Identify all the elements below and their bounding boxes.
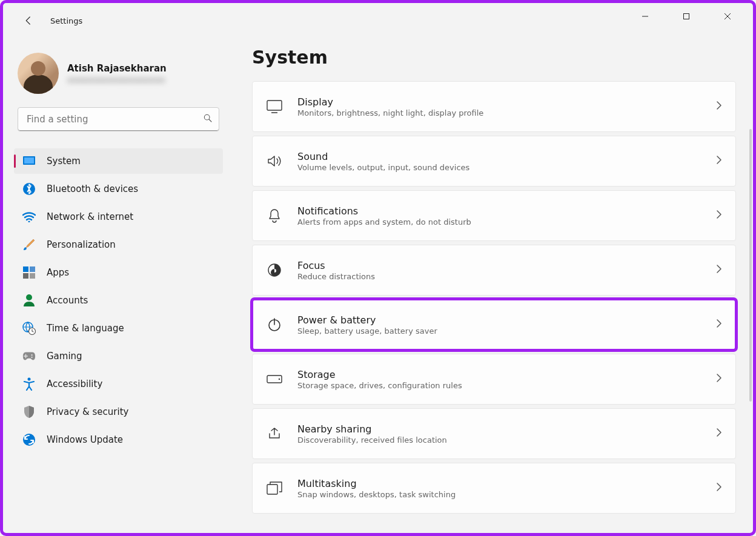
multitask-icon — [266, 480, 283, 497]
svg-rect-11 — [30, 273, 35, 279]
sidebar-item-accounts[interactable]: Accounts — [14, 288, 223, 313]
card-subtitle: Sleep, battery usage, battery saver — [297, 326, 701, 336]
card-title: Focus — [297, 260, 701, 271]
sidebar-item-time[interactable]: Time & language — [14, 316, 223, 341]
sidebar-item-bluetooth[interactable]: Bluetooth & devices — [14, 176, 223, 202]
svg-point-25 — [279, 379, 280, 380]
card-subtitle: Discoverability, received files location — [297, 435, 701, 445]
storage-icon — [266, 371, 283, 388]
card-subtitle: Volume levels, output, input, sound devi… — [297, 163, 701, 172]
nav: System Bluetooth & devices Network & int… — [14, 148, 223, 452]
svg-rect-19 — [267, 101, 282, 110]
svg-rect-5 — [24, 157, 34, 164]
sidebar-item-label: Apps — [47, 267, 69, 278]
card-focus[interactable]: Focus Reduce distractions — [252, 245, 736, 296]
svg-point-15 — [31, 354, 32, 356]
settings-card-list: Display Monitors, brightness, night ligh… — [252, 81, 736, 514]
shield-icon — [22, 405, 36, 419]
apps-icon — [22, 266, 36, 279]
svg-point-12 — [26, 294, 32, 300]
accessibility-icon — [22, 377, 36, 391]
chevron-right-icon — [716, 155, 722, 167]
sidebar-item-accessibility[interactable]: Accessibility — [14, 371, 223, 397]
window-controls — [620, 3, 753, 30]
card-subtitle: Reduce distractions — [297, 272, 701, 281]
svg-point-7 — [28, 221, 30, 223]
card-subtitle: Alerts from apps and system, do not dist… — [297, 217, 701, 227]
card-title: Storage — [297, 369, 701, 380]
sidebar-item-apps[interactable]: Apps — [14, 260, 223, 285]
card-title: Display — [297, 96, 701, 108]
card-title: Multitasking — [297, 478, 701, 489]
card-title: Sound — [297, 151, 701, 162]
svg-point-16 — [31, 357, 32, 358]
close-icon — [724, 13, 731, 20]
avatar — [18, 53, 59, 94]
system-icon — [22, 154, 36, 168]
sidebar-item-update[interactable]: Windows Update — [14, 427, 223, 452]
card-notifications[interactable]: Notifications Alerts from apps and syste… — [252, 190, 736, 241]
back-button[interactable] — [18, 10, 39, 31]
card-subtitle: Monitors, brightness, night light, displ… — [297, 108, 701, 117]
power-icon — [266, 316, 283, 333]
sidebar-item-label: Time & language — [47, 323, 124, 334]
bell-icon — [266, 207, 283, 224]
chevron-right-icon — [716, 482, 722, 494]
search-box[interactable] — [18, 107, 219, 131]
svg-rect-8 — [23, 266, 28, 272]
sidebar-item-gaming[interactable]: Gaming — [14, 343, 223, 369]
sidebar-item-label: Network & internet — [47, 211, 133, 222]
profile-name: Atish Rajasekharan — [67, 63, 167, 74]
wifi-icon — [22, 210, 36, 223]
card-title: Power & battery — [297, 314, 701, 326]
sidebar-item-system[interactable]: System — [14, 148, 223, 174]
card-storage[interactable]: Storage Storage space, drives, configura… — [252, 354, 736, 405]
svg-rect-10 — [23, 273, 28, 279]
maximize-button[interactable] — [673, 5, 700, 27]
minimize-button[interactable] — [632, 5, 658, 27]
back-arrow-icon — [23, 15, 34, 26]
svg-rect-1 — [684, 14, 689, 19]
card-title: Nearby sharing — [297, 423, 701, 435]
titlebar: Settings — [3, 3, 82, 38]
sidebar-item-privacy[interactable]: Privacy & security — [14, 399, 223, 425]
chevron-right-icon — [716, 373, 722, 385]
chevron-right-icon — [716, 428, 722, 440]
sidebar-item-personalization[interactable]: Personalization — [14, 232, 223, 257]
close-button[interactable] — [714, 5, 741, 27]
sidebar-item-label: Privacy & security — [47, 406, 128, 417]
display-icon — [266, 98, 283, 115]
sidebar: Atish Rajasekharan xxxxxxxxxxxxxxxxxxxxx… — [3, 38, 230, 533]
card-power[interactable]: Power & battery Sleep, battery usage, ba… — [252, 299, 736, 350]
svg-line-3 — [209, 119, 211, 122]
card-subtitle: Snap windows, desktops, task switching — [297, 490, 701, 499]
sidebar-item-label: Gaming — [47, 351, 82, 362]
sidebar-item-label: Bluetooth & devices — [47, 184, 138, 194]
search-input[interactable] — [27, 114, 203, 125]
card-subtitle: Storage space, drives, configuration rul… — [297, 381, 701, 390]
main-panel: System Display Monitors, brightness, nig… — [230, 38, 753, 533]
share-icon — [266, 425, 283, 442]
paintbrush-icon — [22, 238, 36, 251]
scrollbar[interactable] — [749, 129, 752, 402]
card-title: Notifications — [297, 205, 701, 217]
svg-rect-26 — [267, 485, 277, 494]
gamepad-icon — [22, 349, 36, 363]
chevron-right-icon — [716, 210, 722, 222]
maximize-icon — [683, 13, 690, 20]
profile-email: xxxxxxxxxxxxxxxxxxxxx — [67, 75, 167, 84]
card-display[interactable]: Display Monitors, brightness, night ligh… — [252, 81, 736, 132]
bluetooth-icon — [22, 182, 36, 196]
chevron-right-icon — [716, 264, 722, 276]
sidebar-item-label: System — [47, 156, 81, 167]
sidebar-item-label: Accessibility — [47, 379, 102, 389]
sidebar-item-label: Accounts — [47, 295, 88, 306]
profile-block[interactable]: Atish Rajasekharan xxxxxxxxxxxxxxxxxxxxx — [14, 49, 223, 107]
card-sound[interactable]: Sound Volume levels, output, input, soun… — [252, 136, 736, 187]
chevron-right-icon — [716, 319, 722, 331]
card-nearby[interactable]: Nearby sharing Discoverability, received… — [252, 408, 736, 459]
card-multitasking[interactable]: Multitasking Snap windows, desktops, tas… — [252, 463, 736, 514]
svg-point-17 — [28, 378, 31, 381]
sidebar-item-network[interactable]: Network & internet — [14, 204, 223, 230]
globe-clock-icon — [22, 322, 36, 335]
